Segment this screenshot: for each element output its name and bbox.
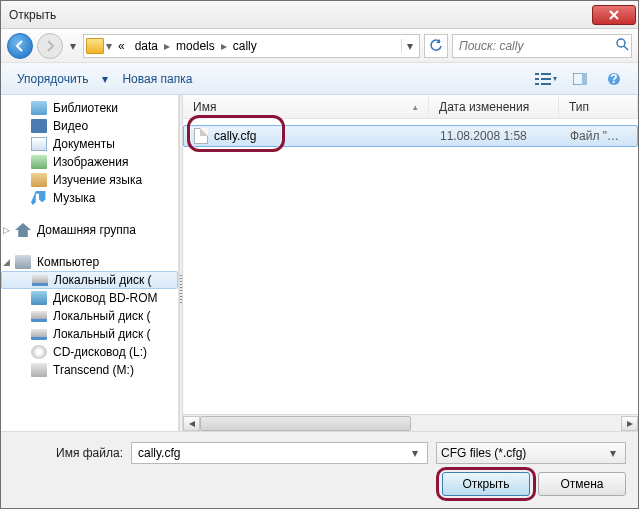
arrow-right-icon bbox=[44, 40, 56, 52]
breadcrumb[interactable]: ▾ « data ▸ models ▸ cally ▾ bbox=[83, 34, 420, 58]
help-icon: ? bbox=[607, 72, 621, 86]
tree-cddrive[interactable]: CD-дисковод (L:) bbox=[1, 343, 178, 361]
dropdown-icon: ▾ bbox=[100, 72, 110, 86]
image-icon bbox=[31, 155, 47, 169]
folder-icon bbox=[86, 38, 104, 54]
back-button[interactable] bbox=[7, 33, 33, 59]
col-type[interactable]: Тип bbox=[559, 95, 638, 118]
tree-localdisk-1[interactable]: Локальный диск ( bbox=[1, 271, 178, 289]
tree-images[interactable]: Изображения bbox=[1, 153, 178, 171]
disk-icon bbox=[32, 275, 48, 286]
filename-label: Имя файла: bbox=[13, 446, 123, 460]
breadcrumb-seg-data[interactable]: data bbox=[131, 39, 162, 53]
breadcrumb-overflow[interactable]: « bbox=[114, 39, 129, 53]
window-title: Открыть bbox=[9, 8, 592, 22]
search-box[interactable] bbox=[452, 34, 632, 58]
scroll-left-button[interactable]: ◂ bbox=[183, 416, 200, 431]
homegroup-icon bbox=[15, 223, 31, 237]
tree-homegroup[interactable]: ▷Домашняя группа bbox=[1, 221, 178, 239]
dropdown-icon[interactable]: ▾ bbox=[407, 446, 423, 460]
tree-learn[interactable]: Изучение языка bbox=[1, 171, 178, 189]
svg-rect-1 bbox=[535, 73, 539, 75]
nav-history-dropdown[interactable]: ▾ bbox=[67, 39, 79, 53]
close-button[interactable] bbox=[592, 5, 636, 25]
col-date[interactable]: Дата изменения bbox=[429, 95, 559, 118]
svg-rect-3 bbox=[535, 83, 539, 85]
file-type: Файл "CFG bbox=[560, 129, 637, 143]
search-input[interactable] bbox=[457, 38, 612, 54]
svg-rect-2 bbox=[535, 78, 539, 80]
organize-menu[interactable]: Упорядочить bbox=[11, 69, 94, 89]
chevron-right-icon: ▸ bbox=[164, 39, 170, 53]
view-mode-button[interactable]: ▾ bbox=[532, 68, 560, 90]
dialog-body: Библиотеки Видео Документы Изображения И… bbox=[1, 95, 638, 431]
file-pane: Имя▴ Дата изменения Тип cally.cfg 11.08.… bbox=[183, 95, 638, 431]
libraries-icon bbox=[31, 101, 47, 115]
dropdown-icon[interactable]: ▾ bbox=[605, 446, 621, 460]
file-name: cally.cfg bbox=[214, 129, 256, 143]
new-folder-button[interactable]: Новая папка bbox=[116, 69, 198, 89]
svg-text:?: ? bbox=[610, 72, 617, 86]
scroll-right-button[interactable]: ▸ bbox=[621, 416, 638, 431]
disk-icon bbox=[31, 311, 47, 322]
file-date: 11.08.2008 1:58 bbox=[430, 129, 560, 143]
nav-tree[interactable]: Библиотеки Видео Документы Изображения И… bbox=[1, 95, 179, 431]
file-row[interactable]: cally.cfg 11.08.2008 1:58 Файл "CFG bbox=[183, 125, 638, 147]
tree-music[interactable]: Музыка bbox=[1, 189, 178, 207]
search-icon bbox=[616, 38, 629, 54]
arrow-left-icon bbox=[14, 40, 26, 52]
svg-rect-4 bbox=[541, 73, 551, 75]
horizontal-scrollbar[interactable]: ◂ ▸ bbox=[183, 414, 638, 431]
tree-localdisk-3[interactable]: Локальный диск ( bbox=[1, 325, 178, 343]
scroll-track[interactable] bbox=[200, 416, 621, 431]
bdrom-icon bbox=[31, 291, 47, 305]
breadcrumb-dropdown[interactable]: ▾ bbox=[401, 39, 417, 53]
disk-icon bbox=[31, 329, 47, 340]
svg-rect-6 bbox=[541, 83, 551, 85]
svg-rect-8 bbox=[582, 73, 587, 85]
chevron-right-icon: ▸ bbox=[221, 39, 227, 53]
file-icon bbox=[194, 128, 208, 144]
tree-localdisk-2[interactable]: Локальный диск ( bbox=[1, 307, 178, 325]
computer-icon bbox=[15, 255, 31, 269]
tree-videos[interactable]: Видео bbox=[1, 117, 178, 135]
col-name[interactable]: Имя▴ bbox=[183, 95, 429, 118]
expand-icon[interactable]: ▷ bbox=[3, 225, 10, 235]
forward-button bbox=[37, 33, 63, 59]
svg-point-0 bbox=[617, 39, 625, 47]
tree-libraries[interactable]: Библиотеки bbox=[1, 99, 178, 117]
cancel-button[interactable]: Отмена bbox=[538, 472, 626, 496]
cd-icon bbox=[31, 345, 47, 359]
tree-documents[interactable]: Документы bbox=[1, 135, 178, 153]
refresh-button[interactable] bbox=[424, 34, 448, 58]
filename-combo[interactable]: ▾ bbox=[131, 442, 428, 464]
preview-pane-button[interactable] bbox=[566, 68, 594, 90]
nav-bar: ▾ ▾ « data ▸ models ▸ cally ▾ bbox=[1, 29, 638, 63]
close-icon bbox=[609, 10, 619, 20]
scroll-thumb[interactable] bbox=[200, 416, 411, 431]
tree-computer[interactable]: ◢Компьютер bbox=[1, 253, 178, 271]
pane-icon bbox=[573, 73, 587, 85]
filetype-filter[interactable]: CFG files (*.cfg) ▾ bbox=[436, 442, 626, 464]
breadcrumb-seg-cally[interactable]: cally bbox=[229, 39, 261, 53]
filename-input[interactable] bbox=[136, 445, 407, 461]
refresh-icon bbox=[429, 39, 443, 53]
book-icon bbox=[31, 173, 47, 187]
open-dialog: Открыть ▾ ▾ « data ▸ models ▸ cally ▾ bbox=[0, 0, 639, 509]
help-button[interactable]: ? bbox=[600, 68, 628, 90]
titlebar: Открыть bbox=[1, 1, 638, 29]
dialog-footer: Имя файла: ▾ CFG files (*.cfg) ▾ Открыть… bbox=[1, 431, 638, 508]
music-icon bbox=[31, 191, 47, 205]
collapse-icon[interactable]: ◢ bbox=[3, 257, 10, 267]
video-icon bbox=[31, 119, 47, 133]
chevron-icon: ▾ bbox=[106, 39, 112, 53]
tree-bdrom[interactable]: Дисковод BD-ROM bbox=[1, 289, 178, 307]
breadcrumb-seg-models[interactable]: models bbox=[172, 39, 219, 53]
usb-icon bbox=[31, 363, 47, 377]
list-view-icon bbox=[535, 73, 551, 85]
column-headers: Имя▴ Дата изменения Тип bbox=[183, 95, 638, 119]
open-button[interactable]: Открыть bbox=[442, 472, 530, 496]
tree-transcend[interactable]: Transcend (M:) bbox=[1, 361, 178, 379]
file-list[interactable]: cally.cfg 11.08.2008 1:58 Файл "CFG bbox=[183, 119, 638, 414]
svg-rect-5 bbox=[541, 78, 551, 80]
